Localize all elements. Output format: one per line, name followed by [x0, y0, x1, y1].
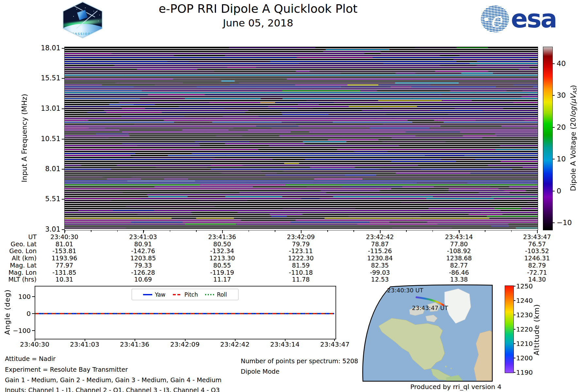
angle-tick: −100 — [11, 327, 31, 335]
esa-wordmark: esa — [511, 5, 556, 33]
ut-value: 23:43:47 — [498, 233, 576, 240]
freq-tick: 18.01 — [33, 44, 60, 52]
voltage-colorbar-label: Dipole A Voltage (20log(μVAS) — [569, 47, 581, 230]
geo-lon-value: -142.76 — [104, 247, 182, 254]
mag-lat-value: 82.79 — [498, 262, 576, 269]
figure-root: CASSIOPE e-POP RRI Dipole A Quicklook Pl… — [0, 0, 588, 392]
angle-xtick: 23:42:42 — [215, 340, 254, 348]
credit-line: Produced by rri_ql version 4 — [327, 383, 501, 391]
cassiope-label: CASSIOPE — [61, 32, 105, 36]
mag-lon-value: -126.28 — [104, 269, 182, 276]
tick-mark — [62, 139, 64, 139]
roll-swatch-icon — [205, 294, 214, 295]
angle-xtick: 23:41:36 — [115, 340, 154, 348]
tick-mark — [62, 169, 64, 170]
page-title: e-POP RRI Dipole A Quicklook Plot — [98, 2, 418, 15]
map-svg — [360, 284, 493, 382]
tick-mark — [380, 230, 381, 233]
tick-mark — [32, 296, 35, 297]
alt-value: 1213.30 — [183, 254, 261, 262]
mlt-value: 10.31 — [25, 276, 104, 283]
freq-tick: 5.51 — [33, 195, 60, 203]
pitch-swatch-icon — [173, 294, 182, 295]
tick-mark — [64, 230, 65, 233]
tick-mark — [514, 315, 515, 315]
alt-value: 1203.85 — [104, 254, 182, 262]
angle-tick: 100 — [11, 293, 31, 301]
mlt-value: 11.17 — [183, 276, 261, 283]
mag-lon-value: -131.85 — [25, 269, 104, 276]
tick-mark — [514, 329, 515, 330]
freq-tick: 15.51 — [33, 74, 60, 82]
angle-xtick: 23:40:30 — [15, 340, 54, 348]
spectrogram-ylabel: Input A Frequency (MHz) — [20, 57, 30, 220]
roll-line — [35, 313, 334, 314]
esa-globe-icon: e — [481, 6, 509, 32]
legend-label: Roll — [217, 291, 227, 298]
geo-lon-value: -103.52 — [498, 247, 576, 254]
satellite-icon — [77, 9, 88, 20]
mag-lat-value: 77.97 — [25, 262, 104, 269]
angle-legend: Yaw Pitch Roll — [132, 289, 238, 300]
ut-value: 23:40:30 — [25, 233, 104, 240]
altitude-colorbar — [505, 286, 514, 373]
tick-mark — [514, 358, 515, 358]
spectrogram-canvas — [65, 47, 538, 230]
geo-lon-value: -132.34 — [183, 247, 261, 254]
ut-value: 23:42:42 — [341, 233, 419, 240]
geo-lon-value: -153.81 — [25, 247, 104, 254]
geo-lon-value: -115.26 — [341, 247, 419, 254]
attitude-note: Attitude = Nadir — [5, 355, 56, 362]
geo-lat-value: 79.79 — [262, 240, 340, 248]
geo-lat-value: 77.80 — [420, 240, 498, 248]
tick-mark — [32, 313, 35, 314]
tick-mark — [143, 230, 144, 233]
esa-dot-icon — [484, 17, 488, 21]
experiment-note: Experiment = Resolute Bay Transmitter — [5, 366, 128, 373]
angle-tick: 0 — [11, 310, 31, 318]
ut-value: 23:41:03 — [104, 233, 182, 240]
tick-mark — [62, 199, 64, 200]
alt-value: 1193.96 — [25, 254, 104, 262]
legend-label: Yaw — [155, 291, 165, 298]
island — [445, 366, 447, 368]
tick-mark — [514, 286, 515, 286]
mag-lat-value: 82.35 — [341, 262, 419, 269]
freq-tick: 8.01 — [33, 165, 60, 173]
tick-mark — [552, 222, 555, 223]
freq-tick: 13.01 — [33, 105, 60, 112]
alt-value: 1246.31 — [498, 254, 576, 262]
freq-tick: 3.01 — [33, 225, 60, 233]
tick-mark — [62, 229, 64, 230]
tick-mark — [514, 343, 515, 344]
freq-tick: 10.51 — [33, 135, 60, 143]
tick-mark — [552, 191, 555, 191]
yaw-swatch-icon — [143, 294, 152, 295]
esa-e-icon: e — [490, 8, 502, 32]
ground-track-map: 23:40:30 UT 23:43:47 UT — [360, 284, 493, 382]
tick-mark — [552, 127, 555, 128]
page-date: June 05, 2018 — [98, 17, 418, 29]
mag-lon-value: -99.03 — [341, 269, 419, 276]
inputs-note: Inputs: Channel 1 - I1, Channel 2 - Q1, … — [5, 386, 220, 392]
alt-value: 1222.30 — [262, 254, 340, 262]
tick-mark — [32, 330, 35, 331]
legend-item-pitch: Pitch — [173, 291, 198, 298]
angle-xtick: 23:43:47 — [315, 340, 354, 348]
mag-lat-value: 79.33 — [104, 262, 182, 269]
ut-value: 23:43:14 — [420, 233, 498, 240]
mlt-value: 14.30 — [498, 276, 576, 283]
ut-value: 23:41:36 — [183, 233, 261, 240]
mag-lon-value: -119.19 — [183, 269, 261, 276]
spectrogram-plot — [64, 47, 538, 230]
legend-item-roll: Roll — [205, 291, 227, 298]
tick-mark — [552, 159, 555, 159]
stars-icon — [71, 6, 71, 7]
mlt-value: 10.69 — [104, 276, 182, 283]
tick-mark — [62, 78, 64, 79]
legend-item-yaw: Yaw — [143, 291, 165, 298]
mag-lat-value: 80.55 — [183, 262, 261, 269]
tick-mark — [514, 372, 515, 373]
geo-lat-value: 81.01 — [25, 240, 104, 248]
tick-mark — [514, 300, 515, 301]
